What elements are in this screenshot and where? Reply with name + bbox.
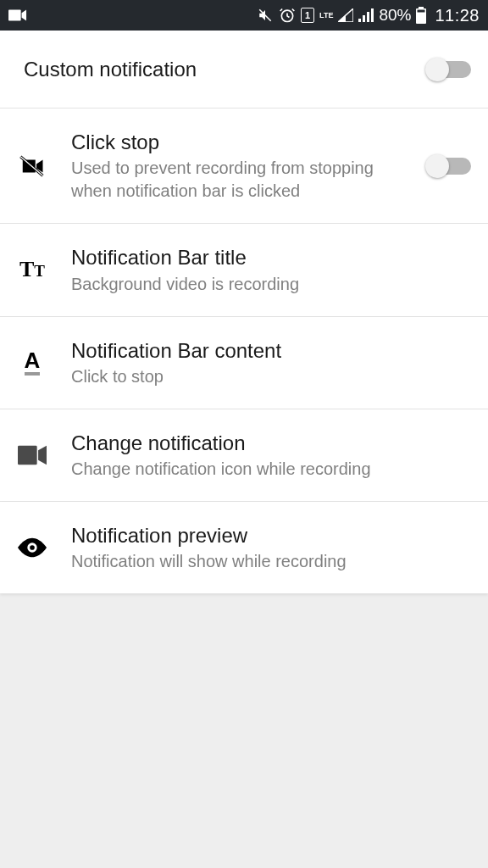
toggle-knob [425, 154, 449, 178]
svg-rect-0 [8, 10, 21, 21]
svg-rect-12 [18, 446, 37, 465]
eye-icon [17, 537, 47, 558]
svg-rect-4 [363, 15, 365, 22]
clock: 11:28 [435, 6, 480, 25]
setting-subtitle: Used to prevent recording from stopping … [71, 157, 417, 203]
setting-click-stop[interactable]: Click stop Used to prevent recording fro… [0, 108, 488, 224]
svg-rect-5 [367, 12, 369, 22]
camera-off-icon [17, 153, 47, 179]
setting-subtitle: Click to stop [71, 365, 471, 388]
setting-bar-content[interactable]: A Notification Bar content Click to stop [0, 317, 488, 409]
setting-title: Custom notification [24, 56, 417, 82]
setting-title: Notification Bar content [71, 337, 471, 364]
signal-icon-2 [358, 8, 374, 22]
setting-change-notification[interactable]: Change notification Change notification … [0, 409, 488, 502]
text-size-icon: TT [17, 257, 47, 282]
camcorder-icon [17, 445, 47, 465]
svg-rect-7 [419, 7, 424, 8]
setting-subtitle: Background video is recording [71, 273, 471, 296]
status-bar: 1 LTE 80% 11:28 [0, 0, 488, 31]
toggle-custom-notification[interactable] [427, 61, 471, 78]
toggle-click-stop[interactable] [427, 158, 471, 175]
setting-subtitle: Change notification icon while recording [71, 458, 471, 481]
battery-percent: 80% [379, 6, 411, 25]
setting-preview[interactable]: Notification preview Notification will s… [0, 502, 488, 593]
svg-point-14 [30, 545, 35, 550]
battery-icon [416, 7, 426, 24]
svg-rect-9 [418, 10, 425, 13]
setting-title: Notification Bar title [71, 244, 471, 270]
toggle-knob [425, 58, 449, 81]
setting-title: Notification preview [71, 522, 471, 548]
svg-rect-6 [371, 8, 374, 22]
lte-indicator: LTE [319, 12, 333, 19]
settings-list: Custom notification Click stop Used to p… [0, 31, 488, 593]
text-underline-icon: A [17, 349, 47, 376]
svg-rect-3 [358, 19, 361, 22]
mute-icon [257, 8, 274, 23]
setting-title: Click stop [71, 129, 417, 155]
setting-custom-notification[interactable]: Custom notification [0, 31, 488, 108]
sim-icon: 1 [301, 8, 314, 23]
camcorder-icon [8, 8, 27, 22]
alarm-icon [279, 7, 296, 24]
setting-subtitle: Notification will show while recording [71, 550, 471, 573]
signal-icon-1 [338, 8, 353, 22]
setting-title: Change notification [71, 430, 471, 456]
setting-bar-title[interactable]: TT Notification Bar title Background vid… [0, 224, 488, 316]
